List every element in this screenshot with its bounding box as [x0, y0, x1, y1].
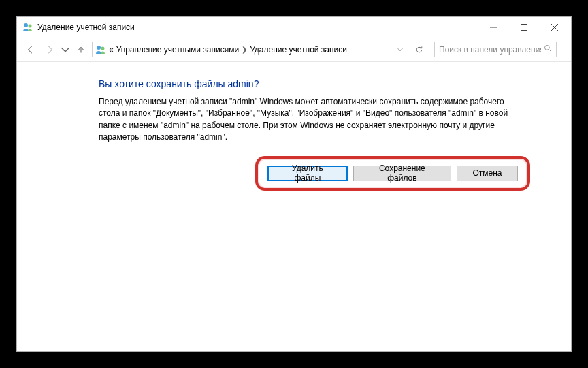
breadcrumb-item[interactable]: Управление учетными записями [116, 45, 239, 55]
search-input[interactable] [438, 44, 542, 55]
search-box[interactable] [434, 42, 557, 57]
svg-point-0 [24, 23, 28, 27]
back-button[interactable] [22, 42, 39, 58]
delete-files-button[interactable]: Удалить файлы [267, 166, 348, 181]
svg-point-4 [101, 46, 105, 50]
chevron-right-icon[interactable]: ❯ [242, 46, 247, 53]
breadcrumb-prefix: « [109, 45, 114, 55]
forward-button[interactable] [42, 42, 58, 58]
minimize-button[interactable] [478, 17, 508, 37]
nav-bar: « Управление учетными записями ❯ Удалени… [17, 37, 571, 62]
action-buttons-highlight: Удалить файлы Сохранение файлов Отмена [255, 156, 530, 191]
address-bar[interactable]: « Управление учетными записями ❯ Удалени… [92, 42, 408, 57]
cancel-button[interactable]: Отмена [457, 166, 518, 181]
user-accounts-icon [22, 22, 33, 33]
page-description: Перед удалением учетной записи "admin" W… [99, 96, 521, 144]
page-heading: Вы хотите сохранить файлы admin? [99, 78, 530, 89]
svg-point-1 [29, 24, 32, 27]
content-area: Вы хотите сохранить файлы admin? Перед у… [17, 62, 571, 351]
maximize-button[interactable] [508, 17, 539, 37]
window-frame: Удаление учетной записи [16, 16, 572, 352]
close-button[interactable] [539, 17, 570, 37]
svg-rect-2 [521, 24, 527, 30]
recent-locations-button[interactable] [61, 42, 70, 58]
window-title: Удаление учетной записи [37, 22, 478, 32]
up-button[interactable] [73, 42, 89, 58]
search-icon[interactable] [542, 44, 553, 55]
save-files-button[interactable]: Сохранение файлов [353, 166, 451, 181]
title-bar: Удаление учетной записи [17, 17, 571, 37]
window-controls [478, 17, 570, 37]
svg-point-3 [97, 46, 101, 50]
svg-point-5 [545, 46, 550, 50]
user-accounts-icon [95, 44, 106, 55]
address-dropdown-button[interactable] [394, 45, 406, 55]
refresh-button[interactable] [411, 42, 427, 57]
breadcrumb-item[interactable]: Удаление учетной записи [250, 45, 347, 55]
